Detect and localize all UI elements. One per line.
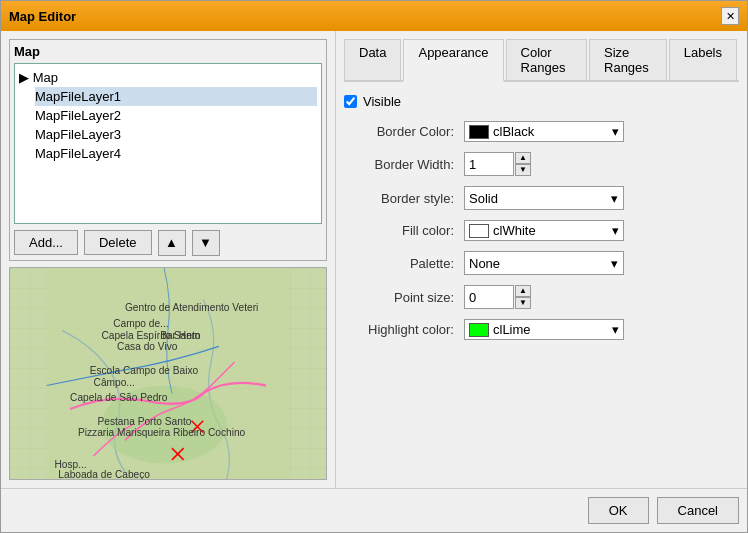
tree-layer2[interactable]: MapFileLayer2 xyxy=(35,106,317,125)
point-size-label: Point size: xyxy=(344,290,464,305)
visible-checkbox[interactable] xyxy=(344,95,357,108)
svg-text:Bar Hem: Bar Hem xyxy=(160,329,200,340)
layer-button-row: Add... Delete ▲ ▼ xyxy=(14,230,322,256)
map-editor-window: Map Editor ✕ Map ▶ Map MapFileLayer1 Map… xyxy=(0,0,748,533)
layer-tree[interactable]: ▶ Map MapFileLayer1 MapFileLayer2 MapFil… xyxy=(14,63,322,224)
palette-row: Palette: None xyxy=(344,251,739,275)
close-button[interactable]: ✕ xyxy=(721,7,739,25)
border-width-input[interactable]: 1 xyxy=(464,152,514,176)
highlight-color-swatch xyxy=(469,323,489,337)
svg-text:Escola Campo de Baixo: Escola Campo de Baixo xyxy=(90,364,199,375)
delete-button[interactable]: Delete xyxy=(84,230,152,255)
border-color-value: clBlack xyxy=(493,124,534,139)
fill-color-label: Fill color: xyxy=(344,223,464,238)
point-size-input[interactable]: 0 xyxy=(464,285,514,309)
left-panel: Map ▶ Map MapFileLayer1 MapFileLayer2 Ma… xyxy=(1,31,336,488)
svg-text:Laboada de Cabeço: Laboada de Cabeço xyxy=(58,468,150,479)
border-width-down[interactable]: ▼ xyxy=(515,164,531,176)
highlight-color-row: Highlight color: clLime ▾ xyxy=(344,319,739,340)
tree-layer1[interactable]: MapFileLayer1 xyxy=(35,87,317,106)
main-content: Map ▶ Map MapFileLayer1 MapFileLayer2 Ma… xyxy=(1,31,747,488)
border-color-label: Border Color: xyxy=(344,124,464,139)
svg-text:Gentro de Atendimento Veteri: Gentro de Atendimento Veteri xyxy=(125,302,258,313)
highlight-color-label: Highlight color: xyxy=(344,322,464,337)
title-bar: Map Editor ✕ xyxy=(1,1,747,31)
svg-text:Pestana Porto Santo: Pestana Porto Santo xyxy=(98,415,192,426)
highlight-color-select[interactable]: clLime ▾ xyxy=(464,319,624,340)
point-size-spin-buttons: ▲ ▼ xyxy=(515,285,531,309)
map-svg: Gentro de Atendimento Veteri Campo de...… xyxy=(10,268,326,480)
tree-layer3[interactable]: MapFileLayer3 xyxy=(35,125,317,144)
tree-root-item[interactable]: ▶ Map xyxy=(19,68,317,87)
border-color-row: Border Color: clBlack ▾ xyxy=(344,121,739,142)
svg-text:Câmpo...: Câmpo... xyxy=(94,376,135,387)
border-color-select[interactable]: clBlack ▾ xyxy=(464,121,624,142)
fill-color-select[interactable]: clWhite ▾ xyxy=(464,220,624,241)
tree-root: ▶ Map MapFileLayer1 MapFileLayer2 MapFil… xyxy=(19,68,317,163)
map-group: Map ▶ Map MapFileLayer1 MapFileLayer2 Ma… xyxy=(9,39,327,261)
border-width-spin: 1 ▲ ▼ xyxy=(464,152,531,176)
svg-text:Capela de São Pedro: Capela de São Pedro xyxy=(70,392,168,403)
fill-color-swatch xyxy=(469,224,489,238)
border-color-arrow: ▾ xyxy=(612,124,619,139)
border-style-wrapper: Solid Dashed Dotted xyxy=(464,186,624,210)
map-group-label: Map xyxy=(14,44,322,59)
border-width-spin-buttons: ▲ ▼ xyxy=(515,152,531,176)
point-size-row: Point size: 0 ▲ ▼ xyxy=(344,285,739,309)
tab-labels[interactable]: Labels xyxy=(669,39,737,80)
highlight-color-value: clLime xyxy=(493,322,531,337)
map-preview: Gentro de Atendimento Veteri Campo de...… xyxy=(9,267,327,481)
visible-row: Visible xyxy=(344,94,739,109)
tree-children: MapFileLayer1 MapFileLayer2 MapFileLayer… xyxy=(35,87,317,163)
tree-layer4[interactable]: MapFileLayer4 xyxy=(35,144,317,163)
tab-appearance[interactable]: Appearance xyxy=(403,39,503,82)
border-width-row: Border Width: 1 ▲ ▼ xyxy=(344,152,739,176)
add-button[interactable]: Add... xyxy=(14,230,78,255)
highlight-color-arrow: ▾ xyxy=(612,322,619,337)
fill-color-value: clWhite xyxy=(493,223,536,238)
move-down-button[interactable]: ▼ xyxy=(192,230,220,256)
tab-color-ranges[interactable]: Color Ranges xyxy=(506,39,587,80)
fill-color-arrow: ▾ xyxy=(612,223,619,238)
border-color-swatch xyxy=(469,125,489,139)
point-size-up[interactable]: ▲ xyxy=(515,285,531,297)
palette-select[interactable]: None xyxy=(464,251,624,275)
right-panel: Data Appearance Color Ranges Size Ranges… xyxy=(336,31,747,488)
palette-wrapper: None xyxy=(464,251,624,275)
svg-text:Casa do Vivo: Casa do Vivo xyxy=(117,341,178,352)
border-style-row: Border style: Solid Dashed Dotted xyxy=(344,186,739,210)
footer: OK Cancel xyxy=(1,488,747,532)
border-width-up[interactable]: ▲ xyxy=(515,152,531,164)
svg-text:Campo de...: Campo de... xyxy=(113,317,168,328)
window-title: Map Editor xyxy=(9,9,76,24)
tab-data[interactable]: Data xyxy=(344,39,401,80)
border-style-label: Border style: xyxy=(344,191,464,206)
border-width-label: Border Width: xyxy=(344,157,464,172)
point-size-down[interactable]: ▼ xyxy=(515,297,531,309)
fill-color-row: Fill color: clWhite ▾ xyxy=(344,220,739,241)
appearance-form: Visible Border Color: clBlack ▾ Border W… xyxy=(344,90,739,480)
cancel-button[interactable]: Cancel xyxy=(657,497,739,524)
point-size-spin: 0 ▲ ▼ xyxy=(464,285,531,309)
visible-label: Visible xyxy=(363,94,401,109)
move-up-button[interactable]: ▲ xyxy=(158,230,186,256)
ok-button[interactable]: OK xyxy=(588,497,649,524)
palette-label: Palette: xyxy=(344,256,464,271)
map-image: Gentro de Atendimento Veteri Campo de...… xyxy=(10,268,326,480)
svg-text:Pizzaria Marisqueira Ribeiro C: Pizzaria Marisqueira Ribeiro Cochino xyxy=(78,427,246,438)
tab-bar: Data Appearance Color Ranges Size Ranges… xyxy=(344,39,739,82)
border-style-select[interactable]: Solid Dashed Dotted xyxy=(464,186,624,210)
svg-text:Hosp...: Hosp... xyxy=(54,458,86,469)
tab-size-ranges[interactable]: Size Ranges xyxy=(589,39,667,80)
